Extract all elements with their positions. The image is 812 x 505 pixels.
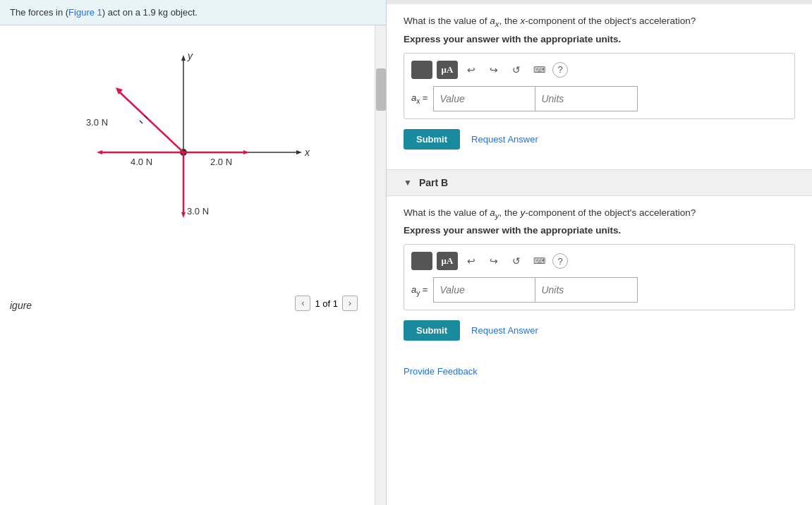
undo-button-a[interactable]: ↩ [462,61,480,79]
part-b-header[interactable]: ▼ Part B [387,169,812,196]
page-indicator: 1 of 1 [315,298,338,309]
redo-button-b[interactable]: ↪ [485,252,503,270]
next-arrow[interactable]: › [342,296,358,311]
left-panel: The forces in (Figure 1) act on a 1.9 kg… [0,0,387,505]
grid-button-b[interactable] [411,252,432,270]
figure-area: igure ‹ 1 of 1 › x y [0,25,386,505]
part-b-block: What is the value of ay, the y-component… [387,196,812,355]
redo-button-a[interactable]: ↪ [485,61,503,79]
part-a-value-input[interactable] [433,86,535,111]
part-a-toolbar: μA ↩ ↪ ↺ ⌨ ? [411,61,787,79]
part-a-submit-button[interactable]: Submit [404,129,460,150]
svg-text:y: y [187,50,193,61]
part-b-label: Part B [419,177,448,188]
part-b-chevron: ▼ [404,178,412,188]
part-a-actions: Submit Request Answer [404,129,795,150]
part-a-answer-box: μA ↩ ↪ ↺ ⌨ ? ax = [404,53,795,119]
part-b-actions: Submit Request Answer [404,320,795,341]
part-b-input-row: ay = [411,277,787,303]
part-a-request-answer-link[interactable]: Request Answer [471,134,538,145]
refresh-button-a[interactable]: ↺ [507,61,526,79]
svg-line-19 [140,121,143,123]
part-a-instruction: Express your answer with the appropriate… [404,34,795,44]
part-b-instruction: Express your answer with the appropriate… [404,225,795,236]
figure-label: igure [10,300,32,311]
keyboard-button-b[interactable]: ⌨ [530,252,548,270]
svg-text:x: x [304,147,310,158]
part-a-block: What is the value of ax, the x-component… [387,4,812,164]
figure-link[interactable]: Figure 1 [68,7,102,18]
svg-text:3.0 N: 3.0 N [86,117,108,128]
part-b-units-input[interactable] [535,277,638,303]
prev-arrow[interactable]: ‹ [295,296,310,311]
part-b-answer-box: μA ↩ ↪ ↺ ⌨ ? ay = [404,244,795,310]
svg-text:2.0 N: 2.0 N [210,157,232,167]
force-diagram: x y 4.0 N 2.0 N [28,47,367,230]
refresh-button-b[interactable]: ↺ [507,252,526,270]
svg-text:4.0 N: 4.0 N [131,157,152,167]
right-panel: What is the value of ax, the x-component… [387,0,812,505]
part-a-input-row: ax = [411,86,787,111]
part-b-request-answer-link[interactable]: Request Answer [471,325,538,336]
svg-marker-4 [181,55,186,61]
part-b-question: What is the value of ay, the y-component… [404,207,795,220]
part-b-toolbar: μA ↩ ↪ ↺ ⌨ ? [411,252,787,270]
grid-button-a[interactable] [411,61,432,79]
keyboard-button-a[interactable]: ⌨ [530,61,548,79]
diagram-container: x y 4.0 N 2.0 N [28,47,367,216]
part-a-question: What is the value of ax, the x-component… [404,16,795,28]
part-b-input-label: ay = [411,284,428,297]
part-b-submit-button[interactable]: Submit [404,320,460,341]
svg-line-16 [120,92,183,152]
scrollbar-track[interactable] [375,25,386,505]
mu-button-a[interactable]: μA [437,61,458,79]
svg-text:3.0 N: 3.0 N [187,206,209,217]
svg-marker-1 [296,150,302,154]
help-button-a[interactable]: ? [552,62,568,78]
part-b-value-input[interactable] [433,277,535,303]
part-a-units-input[interactable] [535,86,638,111]
problem-statement: The forces in (Figure 1) act on a 1.9 kg… [0,0,386,25]
provide-feedback-link[interactable]: Provide Feedback [387,355,812,388]
scrollbar-thumb[interactable] [376,68,386,111]
help-button-b[interactable]: ? [552,253,568,269]
mu-button-b[interactable]: μA [437,252,458,270]
svg-marker-11 [243,150,249,154]
svg-marker-8 [97,150,102,154]
svg-marker-14 [181,212,186,218]
figure-nav: ‹ 1 of 1 › [295,296,358,311]
part-a-input-label: ax = [411,92,428,105]
undo-button-b[interactable]: ↩ [462,252,480,270]
